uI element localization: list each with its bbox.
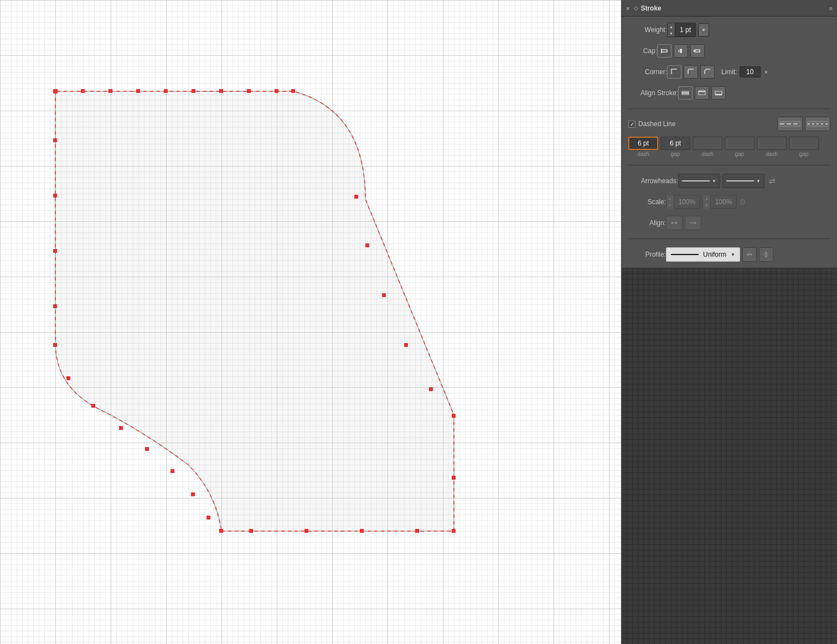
anchor-point: [429, 387, 433, 391]
profile-dropdown[interactable]: Uniform ▼: [666, 247, 740, 262]
scale-start-arrows[interactable]: ▲ ▼: [666, 195, 674, 209]
separator-1: [628, 108, 830, 109]
weight-label: Weight:: [628, 26, 667, 34]
dash-pattern-1-button[interactable]: [777, 117, 803, 131]
gap-label-3: gap: [799, 151, 809, 157]
profile-flip-h-button[interactable]: [742, 247, 757, 262]
weight-spinner-arrows[interactable]: ▲ ▼: [668, 23, 675, 37]
scale-start-up[interactable]: ▲: [666, 195, 674, 202]
close-button[interactable]: ×: [626, 5, 629, 12]
arrow-start-dropdown[interactable]: ▼: [678, 174, 720, 188]
gap-input-1[interactable]: [660, 137, 690, 150]
arrowheads-label: Arrowheads:: [628, 177, 678, 185]
scale-end-spinner[interactable]: ▲ ▼: [702, 195, 737, 209]
dash-input-2[interactable]: [693, 137, 722, 150]
corner-bevel-button[interactable]: [700, 65, 715, 79]
svg-marker-26: [751, 253, 753, 256]
profile-line-preview: [671, 254, 699, 255]
scale-link-icon[interactable]: ⚙: [739, 198, 746, 206]
anchor-point: [219, 89, 223, 93]
gap-input-2[interactable]: [725, 137, 755, 150]
gap-label-2: gap: [735, 151, 745, 157]
panel-title: Stroke: [640, 4, 661, 12]
panel-bottom-texture: [622, 268, 837, 644]
gap-label-1: gap: [671, 151, 680, 157]
scale-end-up[interactable]: ▲: [703, 195, 710, 202]
arrow-end-preview: [726, 180, 754, 181]
weight-spinner[interactable]: ▲ ▼: [667, 23, 696, 37]
align-path-button[interactable]: [666, 216, 683, 230]
limit-input[interactable]: [740, 66, 761, 77]
panel-menu-button[interactable]: ≡: [829, 5, 833, 12]
align-controls: [666, 216, 701, 230]
scale-end-input[interactable]: [711, 198, 736, 206]
anchor-point: [164, 89, 168, 93]
arrow-end-dropdown[interactable]: ▼: [722, 174, 764, 188]
limit-x[interactable]: ×: [764, 69, 768, 75]
align-perp-button[interactable]: [685, 216, 701, 230]
weight-input[interactable]: [675, 26, 695, 34]
anchor-point: [66, 376, 70, 380]
dashed-line-row: ✓ Dashed Line: [628, 117, 830, 131]
anchor-point: [365, 243, 369, 247]
dashed-checkbox-label[interactable]: ✓ Dashed Line: [628, 120, 675, 128]
dash-label-3: dash: [766, 151, 778, 157]
profile-row: Profile: Uniform ▼: [628, 247, 830, 262]
weight-down-arrow[interactable]: ▼: [668, 30, 675, 37]
anchor-point: [53, 194, 57, 198]
anchor-point: [145, 447, 149, 451]
profile-caret: ▼: [731, 252, 735, 257]
dashed-checkbox[interactable]: ✓: [628, 121, 636, 128]
scale-start-input[interactable]: [674, 198, 700, 206]
anchor-point: [91, 404, 95, 408]
profile-flip-v-button[interactable]: [759, 247, 773, 262]
scale-start-down[interactable]: ▼: [666, 202, 674, 209]
corner-controls: Limit: ×: [667, 65, 768, 79]
align-label: Align:: [628, 219, 666, 227]
cap-round-button[interactable]: [674, 44, 688, 58]
weight-up-arrow[interactable]: ▲: [668, 23, 675, 30]
scale-end-arrows[interactable]: ▲ ▼: [703, 195, 711, 209]
anchor-point: [119, 426, 123, 430]
gap-input-3-group: gap: [789, 137, 819, 157]
dash-input-1[interactable]: [628, 137, 658, 150]
anchor-point: [360, 529, 364, 533]
cap-butt-button[interactable]: [657, 44, 671, 58]
weight-row: Weight: ▲ ▼ ▼: [628, 22, 830, 38]
dash-input-3[interactable]: [757, 137, 787, 150]
weight-unit-dropdown[interactable]: ▼: [698, 23, 709, 37]
arrow-start-caret: ▼: [712, 179, 716, 184]
align-stroke-inside-button[interactable]: [695, 86, 709, 100]
scale-controls: ▲ ▼ ▲ ▼ ⚙: [666, 195, 746, 209]
align-stroke-center-button[interactable]: [678, 86, 693, 100]
corner-miter-button[interactable]: [667, 65, 681, 79]
cap-projecting-button[interactable]: [690, 44, 705, 58]
dash-pattern-2-button[interactable]: [805, 117, 830, 131]
anchor-point: [415, 529, 419, 533]
anchor-point: [404, 343, 408, 347]
arrow-swap-button[interactable]: ⇄: [769, 176, 776, 185]
corner-round-button[interactable]: [684, 65, 698, 79]
cap-row: Cap:: [628, 43, 830, 59]
stroke-panel: × ◇ Stroke ≡ Weight: ▲ ▼ ▼: [621, 0, 837, 644]
gap-input-3[interactable]: [789, 137, 819, 150]
anchor-point: [53, 249, 57, 253]
profile-label: Profile:: [628, 251, 666, 258]
anchor-point: [206, 516, 210, 520]
separator-3: [628, 238, 830, 239]
canvas-area[interactable]: [0, 0, 621, 644]
scale-start-spinner[interactable]: ▲ ▼: [666, 195, 700, 209]
anchor-point: [247, 89, 251, 93]
dash-input-1-group: dash: [628, 137, 658, 157]
svg-marker-25: [747, 253, 749, 256]
svg-marker-29: [764, 256, 767, 258]
profile-value: Uniform: [703, 251, 726, 258]
anchor-point: [452, 476, 456, 480]
svg-marker-28: [764, 252, 767, 254]
arrow-end-caret: ▼: [756, 179, 761, 184]
align-stroke-outside-button[interactable]: [711, 86, 726, 100]
separator-2: [628, 165, 830, 165]
anchor-point: [108, 89, 112, 93]
scale-end-down[interactable]: ▼: [703, 202, 710, 209]
anchor-point: [53, 343, 57, 347]
